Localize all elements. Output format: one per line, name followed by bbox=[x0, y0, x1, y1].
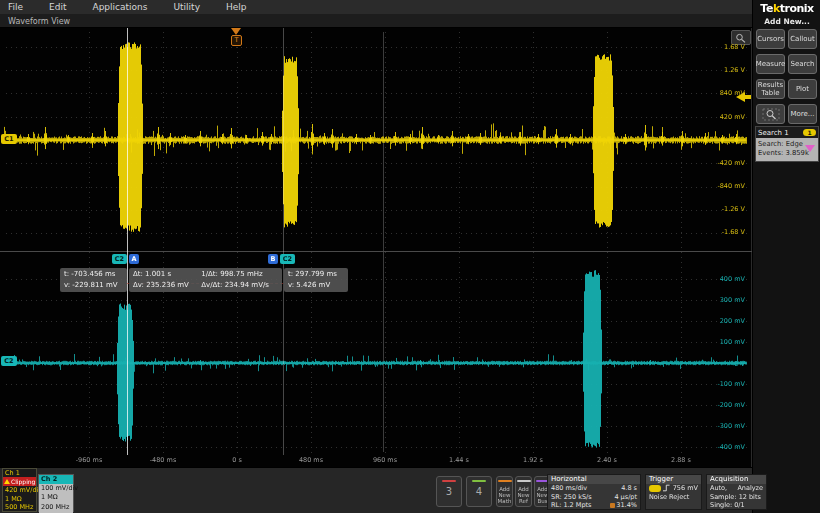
axis-tick-label: 960 ms bbox=[373, 456, 397, 464]
axis-tick-label: -100 mV bbox=[717, 380, 745, 388]
add-new-math-button[interactable]: Add New Math bbox=[496, 476, 513, 507]
cursor-b-badge[interactable]: B bbox=[268, 254, 278, 264]
inverse-delta-t: 1/Δt: 998.75 mHz bbox=[201, 269, 262, 280]
sidebar-button-grid: CursorsCalloutMeasureSearchResults Table… bbox=[756, 29, 819, 124]
zoom-tool-button[interactable] bbox=[756, 104, 785, 124]
channel-4-button[interactable]: 4 bbox=[466, 476, 492, 507]
trigger-level: 756 mV bbox=[673, 484, 698, 493]
add-color-stripe bbox=[517, 480, 531, 482]
channel-2-name: Ch 2 bbox=[39, 475, 73, 484]
channel-1-box[interactable]: Ch 1 Clipping 420 mV/div 1 MΩ 500 MHz bbox=[2, 468, 37, 512]
cursor-b-value: v: 5.426 mV bbox=[288, 280, 330, 291]
axis-tick-label: 100 mV bbox=[720, 338, 745, 346]
trigger-level-icon-tail bbox=[745, 95, 751, 99]
cursor-a-time: t: -703.456 ms bbox=[64, 269, 116, 280]
add-color-stripe bbox=[498, 480, 512, 482]
acquisition-panel[interactable]: Acquisition Auto,Analyze Sample: 12 bits… bbox=[706, 474, 767, 510]
channel-2-box[interactable]: Ch 2 100 mV/div 1 MΩ 200 MHz bbox=[38, 474, 74, 512]
axis-tick-label: 0 V bbox=[734, 360, 745, 368]
search-result-panel[interactable]: Search 1 1 Search: Edge Events: 3.859k bbox=[755, 126, 819, 162]
sidebar-button-plot[interactable]: Plot bbox=[788, 79, 817, 99]
trigger-position-icon[interactable] bbox=[231, 28, 241, 35]
cursor-b-readout: t: 297.799 ms v: 5.426 mV bbox=[284, 268, 348, 292]
channel-2-details: 100 mV/div 1 MΩ 200 MHz bbox=[39, 484, 73, 513]
channel-1-scale: 420 mV/div bbox=[3, 486, 36, 495]
acquisition-analyze: Analyze bbox=[737, 484, 763, 493]
axis-tick-label: -1.26 V bbox=[722, 205, 745, 213]
axis-tick-label: 200 mV bbox=[720, 317, 745, 325]
cursor-b-line[interactable] bbox=[283, 28, 284, 455]
sidebar-button-callout[interactable]: Callout bbox=[788, 29, 817, 49]
axis-tick-label: -300 mV bbox=[717, 422, 745, 430]
axis-tick-label: 1.26 V bbox=[724, 66, 745, 74]
channel-1-name: Ch 1 bbox=[3, 469, 36, 477]
search-panel-body[interactable]: Search: Edge Events: 3.859k bbox=[755, 138, 819, 162]
sidebar-button-cursors[interactable]: Cursors bbox=[756, 29, 785, 49]
axis-tick-label: -400 mV bbox=[717, 443, 745, 451]
trigger-mode: Noise Reject bbox=[646, 493, 701, 502]
delta-v-dt: Δv/Δt: 234.94 mV/s bbox=[201, 280, 269, 291]
acquisition-mode: Auto, bbox=[710, 484, 727, 493]
axis-tick-label: 1.44 s bbox=[449, 456, 469, 464]
cursor-a-badge[interactable]: A bbox=[129, 254, 139, 264]
horizontal-position: 31.4% bbox=[610, 501, 637, 510]
menu-utility[interactable]: Utility bbox=[173, 2, 199, 12]
axis-tick-label: 1.68 V bbox=[724, 43, 745, 51]
add-new-ref-button[interactable]: Add New Ref bbox=[515, 476, 532, 507]
oscilloscope-screen: FileEditApplicationsUtilityHelp Waveform… bbox=[0, 0, 820, 513]
logo-k-accent: k bbox=[773, 2, 780, 15]
sidebar-button-search[interactable]: Search bbox=[788, 54, 817, 74]
channel-2-badge[interactable]: C2 bbox=[1, 356, 17, 366]
search-panel-header[interactable]: Search 1 1 bbox=[755, 126, 819, 138]
cursor-delta-readout: Δt: 1.001 s 1/Δt: 998.75 mHz Δv: 235.236… bbox=[129, 268, 282, 292]
warning-icon bbox=[4, 479, 10, 484]
trigger-panel[interactable]: Trigger 756 mV Noise Reject bbox=[645, 474, 702, 510]
sample-interval: 4 μs/pt bbox=[614, 493, 637, 502]
record-length: RL: 1.2 Mpts bbox=[551, 501, 591, 510]
waveform-canvas[interactable] bbox=[0, 28, 752, 467]
axis-tick-label: 2.40 s bbox=[597, 456, 617, 464]
axis-tick-label: 0 s bbox=[232, 456, 242, 464]
sidebar-button-measure[interactable]: Measure bbox=[756, 54, 785, 74]
sidebar-button-results-table[interactable]: Results Table bbox=[756, 79, 785, 99]
search-marker-icon bbox=[805, 145, 815, 152]
menu-help[interactable]: Help bbox=[226, 2, 247, 12]
menu-file[interactable]: File bbox=[8, 2, 23, 12]
position-marker-icon bbox=[610, 503, 615, 508]
axis-tick-label: 2.88 s bbox=[671, 456, 691, 464]
cursor-b-source-badge[interactable]: C2 bbox=[280, 254, 295, 264]
channel-1-bandwidth: 500 MHz bbox=[3, 503, 36, 512]
axis-tick-label: -420 mV bbox=[717, 159, 745, 167]
channel-2-scale: 100 mV/div bbox=[39, 484, 73, 493]
zoom-icon bbox=[762, 108, 780, 121]
axis-tick-label: 400 mV bbox=[720, 275, 745, 283]
trigger-source-icon bbox=[649, 485, 661, 492]
menu-edit[interactable]: Edit bbox=[49, 2, 66, 12]
add-new-label: Add New... bbox=[753, 17, 820, 26]
menu-applications[interactable]: Applications bbox=[93, 2, 148, 12]
cursor-a-line[interactable] bbox=[127, 28, 128, 455]
rising-edge-icon bbox=[663, 484, 671, 492]
horizontal-scale: 480 ms/div bbox=[551, 484, 587, 493]
axis-tick-label: -960 ms bbox=[76, 456, 103, 464]
acquisition-title: Acquisition bbox=[707, 475, 766, 484]
channel-1-clipping-warning: Clipping bbox=[3, 477, 36, 486]
axis-tick-label: -480 ms bbox=[150, 456, 177, 464]
menu-bar: FileEditApplicationsUtilityHelp bbox=[0, 0, 752, 14]
waveform-view: T C1 C2 C2 A B C2 t: -703.456 ms v: -229… bbox=[0, 28, 752, 467]
channel-color-stripe bbox=[472, 480, 486, 482]
axis-tick-label: 1.92 s bbox=[523, 456, 543, 464]
sidebar-button-more[interactable]: More... bbox=[788, 104, 817, 124]
channel-1-badge[interactable]: C1 bbox=[1, 134, 17, 144]
cursor-a-source-badge[interactable]: C2 bbox=[112, 254, 127, 264]
view-title: Waveform View bbox=[8, 17, 70, 26]
acquisition-single: Single: 0/1 bbox=[707, 501, 766, 510]
channel-3-button[interactable]: 3 bbox=[436, 476, 462, 507]
search-title: Search 1 bbox=[758, 129, 789, 137]
slice-separator bbox=[0, 251, 752, 252]
trigger-title: Trigger bbox=[646, 475, 701, 484]
trigger-position-flag[interactable]: T bbox=[231, 35, 242, 46]
horizontal-panel[interactable]: Horizontal 480 ms/div4.8 s SR: 250 kS/s4… bbox=[547, 474, 641, 510]
sample-rate: SR: 250 kS/s bbox=[551, 493, 592, 502]
axis-tick-label: 480 ms bbox=[299, 456, 323, 464]
